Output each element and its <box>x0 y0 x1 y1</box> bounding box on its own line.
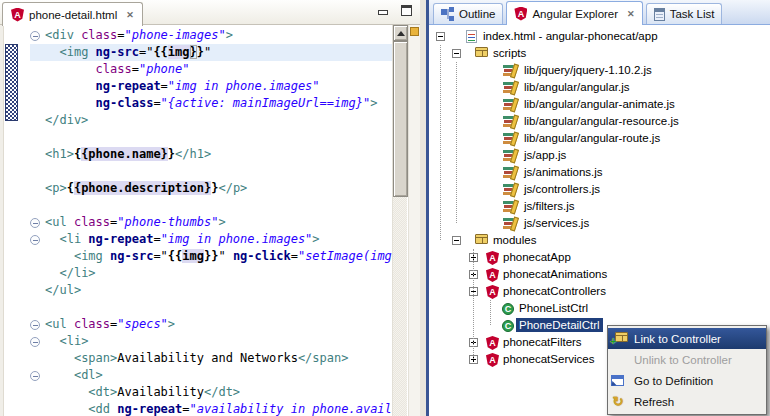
fold-collapse-icon[interactable] <box>30 371 40 381</box>
code-line[interactable]: ng-class="{active: mainImageUrl==img}"> <box>0 95 392 112</box>
code-line[interactable]: <li> <box>0 333 392 350</box>
code-segment: <img <box>74 249 110 263</box>
tree-item-label[interactable]: index.html - angular-phonecat/app <box>480 29 661 43</box>
code-line[interactable]: <dt>Availability</dt> <box>0 384 392 401</box>
code-line[interactable]: </ul> <box>0 282 392 299</box>
tree-item[interactable]: lib/angular/angular-animate.js <box>429 96 770 113</box>
code-line[interactable]: <img ng-src="{{img}}" <box>0 44 392 61</box>
code-line[interactable]: <dl> <box>0 367 392 384</box>
tree-item[interactable]: modules <box>429 232 770 249</box>
editor-tab-phone-detail[interactable]: A phone-detail.html ✕ <box>2 2 143 26</box>
code-segment: <h1> <box>45 147 74 161</box>
tree-expander-minus-icon[interactable] <box>452 236 461 245</box>
code-line[interactable] <box>0 129 392 146</box>
tree-item[interactable]: js/animations.js <box>429 164 770 181</box>
code-line[interactable] <box>0 197 392 214</box>
code-line[interactable]: class="phone" <box>0 61 392 78</box>
editor-vertical-scrollbar[interactable] <box>392 25 407 416</box>
code-segment: =" <box>139 45 153 59</box>
code-line[interactable]: <dd ng-repeat="availability in phone.ava… <box>0 401 392 416</box>
code-segment: <img <box>59 45 95 59</box>
tree-item[interactable]: lib/angular/angular.js <box>429 79 770 96</box>
editor-body[interactable]: <div class="phone-images"> <img ng-src="… <box>0 25 420 416</box>
code-line[interactable]: <p>{{phone.description}}</p> <box>0 180 392 197</box>
code-line[interactable] <box>0 299 392 316</box>
code-line[interactable] <box>0 163 392 180</box>
code-segment <box>45 402 88 416</box>
overview-marker[interactable] <box>410 27 419 36</box>
code-segment: {phone.name} <box>81 147 168 161</box>
code-line[interactable]: <img ng-src="{{img}}" ng-click="setImage… <box>0 248 392 265</box>
tree-item[interactable]: js/app.js <box>429 147 770 164</box>
code-line[interactable]: <ul class="specs"> <box>0 316 392 333</box>
tree-item[interactable]: js/controllers.js <box>429 181 770 198</box>
code-area[interactable]: <div class="phone-images"> <img ng-src="… <box>0 27 392 416</box>
fold-collapse-icon[interactable] <box>30 337 40 347</box>
tree-item-label[interactable]: lib/angular/angular-resource.js <box>521 114 682 128</box>
tree-item-label[interactable]: js/controllers.js <box>521 182 603 196</box>
menu-item-refresh[interactable]: ↻Refresh <box>608 391 766 412</box>
tree-item[interactable]: index.html - angular-phonecat/app <box>429 28 770 45</box>
menu-item-go-to-definition[interactable]: Go to Definition <box>608 370 766 391</box>
code-segment <box>45 266 59 280</box>
tree-item-label[interactable]: lib/angular/angular-animate.js <box>521 97 678 111</box>
code-segment: ng-click <box>233 249 291 263</box>
code-line[interactable]: <h1>{{phone.name}}</h1> <box>0 146 392 163</box>
tree-item[interactable]: js/filters.js <box>429 198 770 215</box>
tree-item-label[interactable]: lib/angular/angular-route.js <box>521 131 663 145</box>
tree-item-label[interactable]: phonecatFilters <box>500 335 585 349</box>
code-segment: <li <box>59 232 88 246</box>
tree-item-label[interactable]: PhoneListCtrl <box>516 301 591 315</box>
tree-item-label[interactable]: lib/angular/angular.js <box>521 80 633 94</box>
maximize-icon[interactable] <box>401 5 412 16</box>
tree-item-label[interactable]: phonecatAnimations <box>500 267 610 281</box>
fold-collapse-icon[interactable] <box>30 320 40 330</box>
tree-item-label[interactable]: js/services.js <box>521 216 592 230</box>
tree-item-label[interactable]: phonecatApp <box>500 250 574 264</box>
minimize-icon[interactable] <box>378 10 388 15</box>
tree-item[interactable]: AphonecatApp <box>429 249 770 266</box>
fold-collapse-icon[interactable] <box>30 235 40 245</box>
tree-item-label[interactable]: js/app.js <box>521 148 569 162</box>
tab-task-list[interactable]: Task List <box>646 3 723 24</box>
tree-expander-minus-icon[interactable] <box>452 49 461 58</box>
tree-item-label[interactable]: scripts <box>490 46 529 60</box>
tree-expander-minus-icon[interactable] <box>436 32 445 41</box>
code-line[interactable]: <li ng-repeat="img in phone.images"> <box>0 231 392 248</box>
tab-angular-explorer[interactable]: A Angular Explorer ✕ <box>506 1 642 25</box>
tree-item[interactable]: lib/jquery/jquery-1.10.2.js <box>429 62 770 79</box>
tree-item-label[interactable]: js/filters.js <box>521 199 577 213</box>
tree-indent-guide <box>440 45 441 240</box>
outline-icon <box>441 7 454 21</box>
tree-item-label[interactable]: js/animations.js <box>521 165 606 179</box>
tree-item[interactable]: CPhoneListCtrl <box>429 300 770 317</box>
close-icon[interactable]: ✕ <box>126 10 134 20</box>
tree-item[interactable]: AphonecatControllers <box>429 283 770 300</box>
tree-item-label[interactable]: modules <box>490 233 539 247</box>
tree-item[interactable]: scripts <box>429 45 770 62</box>
close-icon[interactable]: ✕ <box>627 9 635 19</box>
tree-item[interactable]: AphonecatAnimations <box>429 266 770 283</box>
scrollbar-thumb[interactable] <box>393 41 408 197</box>
tree-item-label[interactable]: phonecatControllers <box>500 284 609 298</box>
fold-collapse-icon[interactable] <box>30 31 40 41</box>
tree-item-label[interactable]: phonecatServices <box>500 352 597 366</box>
code-line[interactable]: ng-repeat="img in phone.images" <box>0 78 392 95</box>
tree-item-label[interactable]: PhoneDetailCtrl <box>516 318 603 332</box>
scroll-up-arrow-icon[interactable] <box>393 25 408 41</box>
tree-item[interactable]: lib/angular/angular-route.js <box>429 130 770 147</box>
code-line[interactable]: </li> <box>0 265 392 282</box>
tree-item[interactable]: lib/angular/angular-resource.js <box>429 113 770 130</box>
code-line[interactable]: <div class="phone-images"> <box>0 27 392 44</box>
tab-outline[interactable]: Outline <box>433 3 503 24</box>
fold-collapse-icon[interactable] <box>30 218 40 228</box>
tree-item-label[interactable]: lib/jquery/jquery-1.10.2.js <box>521 63 655 77</box>
menu-item-link-to-controller[interactable]: +Link to Controller <box>608 328 766 349</box>
code-line[interactable]: <span>Availability and Networks</span> <box>0 350 392 367</box>
code-segment: class <box>74 317 110 331</box>
code-line[interactable]: </div> <box>0 112 392 129</box>
code-line[interactable]: <ul class="phone-thumbs"> <box>0 214 392 231</box>
tab-angular-explorer-label: Angular Explorer <box>532 8 618 20</box>
tree-item[interactable]: js/services.js <box>429 215 770 232</box>
code-segment: ng-src <box>96 45 139 59</box>
